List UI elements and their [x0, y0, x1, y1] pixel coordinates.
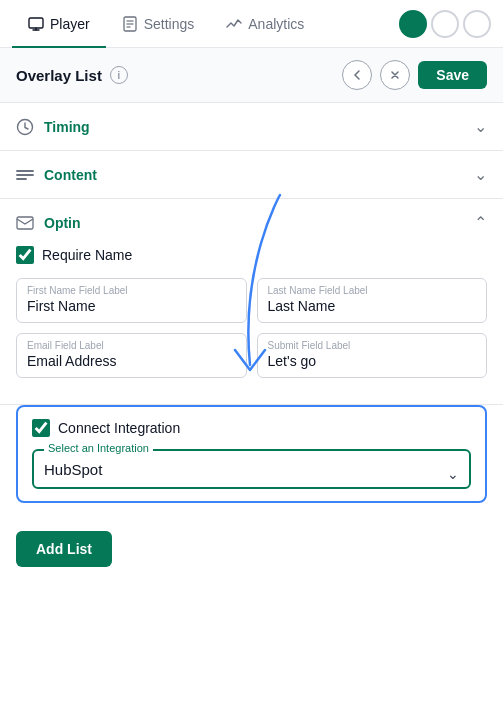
envelope-icon: [16, 216, 34, 230]
optin-section-header[interactable]: Optin ⌃: [0, 199, 503, 246]
first-name-value: First Name: [27, 298, 236, 314]
last-name-field-label: Last Name Field Label: [268, 285, 477, 296]
email-field: Email Field Label Email Address: [16, 333, 247, 378]
header-bar: Overlay List i Save: [0, 48, 503, 103]
toggle-2[interactable]: [431, 10, 459, 38]
nav-toggles: [399, 10, 491, 38]
select-integration-legend: Select an Integration: [44, 442, 153, 454]
connect-integration-label: Connect Integration: [58, 420, 180, 436]
connect-integration-row: Connect Integration: [32, 419, 471, 437]
close-button[interactable]: [380, 60, 410, 90]
content-lines-icon: [16, 168, 34, 182]
first-name-field-label: First Name Field Label: [27, 285, 236, 296]
timing-chevron: ⌄: [474, 117, 487, 136]
timing-section-header[interactable]: Timing ⌄: [0, 103, 503, 150]
toggle-1[interactable]: [399, 10, 427, 38]
first-name-field: First Name Field Label First Name: [16, 278, 247, 323]
connect-integration-checkbox[interactable]: [32, 419, 50, 437]
name-fields-grid: First Name Field Label First Name Last N…: [16, 278, 487, 323]
content-section-header[interactable]: Content ⌄: [0, 151, 503, 198]
email-submit-grid: Email Field Label Email Address Submit F…: [16, 333, 487, 378]
content-section: Content ⌄: [0, 151, 503, 199]
bottom-bar: Add List: [0, 519, 503, 579]
email-field-label: Email Field Label: [27, 340, 236, 351]
timing-section: Timing ⌄: [0, 103, 503, 151]
info-icon[interactable]: i: [110, 66, 128, 84]
optin-label: Optin: [44, 215, 81, 231]
nav-item-settings[interactable]: Settings: [106, 1, 211, 48]
require-name-label: Require Name: [42, 247, 132, 263]
integration-select[interactable]: HubSpot Mailchimp ActiveCampaign: [44, 453, 459, 478]
nav-analytics-label: Analytics: [248, 16, 304, 32]
nav-player-label: Player: [50, 16, 90, 32]
timing-label: Timing: [44, 119, 90, 135]
content-chevron: ⌄: [474, 165, 487, 184]
optin-body: Require Name First Name Field Label Firs…: [0, 246, 503, 404]
header-title-text: Overlay List: [16, 67, 102, 84]
require-name-checkbox[interactable]: [16, 246, 34, 264]
header-actions: Save: [342, 60, 487, 90]
save-button[interactable]: Save: [418, 61, 487, 89]
require-name-row: Require Name: [16, 246, 487, 264]
chart-icon: [226, 16, 242, 32]
monitor-icon: [28, 16, 44, 32]
toggle-3[interactable]: [463, 10, 491, 38]
integration-select-wrapper: Select an Integration HubSpot Mailchimp …: [32, 449, 471, 489]
optin-chevron: ⌃: [474, 213, 487, 232]
nav-settings-label: Settings: [144, 16, 195, 32]
document-icon: [122, 16, 138, 32]
last-name-field: Last Name Field Label Last Name: [257, 278, 488, 323]
submit-field-label: Submit Field Label: [268, 340, 477, 351]
svg-rect-9: [17, 217, 33, 229]
last-name-value: Last Name: [268, 298, 477, 314]
top-nav: Player Settings Analytics: [0, 0, 503, 48]
submit-value: Let's go: [268, 353, 477, 369]
back-button[interactable]: [342, 60, 372, 90]
optin-section: Optin ⌃ Require Name First Name Field La…: [0, 199, 503, 405]
overlay-list-title: Overlay List i: [16, 66, 128, 84]
submit-field: Submit Field Label Let's go: [257, 333, 488, 378]
content-label: Content: [44, 167, 97, 183]
svg-rect-0: [29, 18, 43, 28]
email-value: Email Address: [27, 353, 236, 369]
nav-item-player[interactable]: Player: [12, 1, 106, 48]
clock-icon: [16, 118, 34, 136]
nav-item-analytics[interactable]: Analytics: [210, 1, 320, 48]
connect-integration-box: Connect Integration Select an Integratio…: [16, 405, 487, 503]
add-list-button[interactable]: Add List: [16, 531, 112, 567]
